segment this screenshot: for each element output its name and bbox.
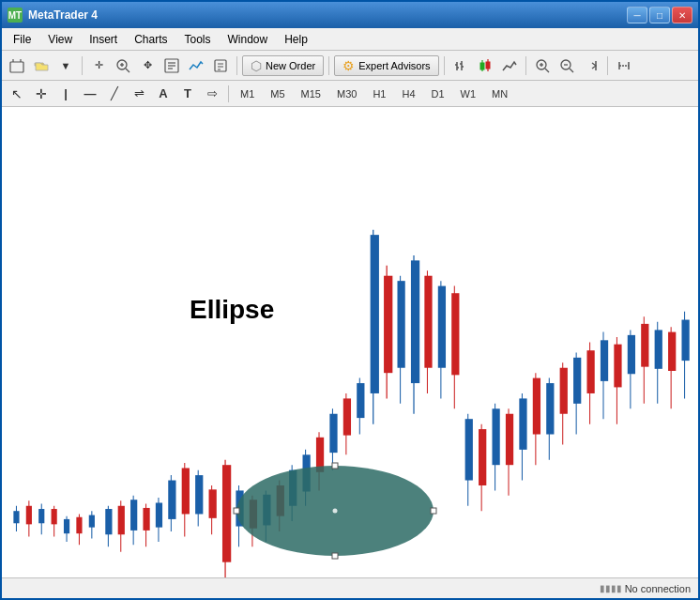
svg-rect-60	[143, 508, 149, 531]
svg-line-4	[126, 69, 129, 72]
chart-area[interactable]: Ellipse	[2, 107, 698, 577]
cursor-tool-button[interactable]: ↖	[6, 83, 28, 105]
svg-rect-102	[424, 276, 432, 368]
svg-rect-68	[195, 475, 203, 514]
window-title: MetaTrader 4	[28, 8, 98, 22]
menu-bar: File View Insert Charts Tools Window Hel…	[2, 28, 698, 51]
svg-rect-128	[601, 340, 608, 381]
properties-icon	[164, 58, 179, 73]
timeframe-m1[interactable]: M1	[234, 85, 261, 102]
crosshair-tool-button[interactable]: ✛	[30, 83, 53, 105]
zoom-in-button[interactable]	[112, 54, 134, 77]
menu-window[interactable]: Window	[221, 31, 276, 48]
svg-rect-52	[89, 515, 95, 528]
svg-rect-88	[329, 414, 337, 453]
separator-2	[236, 56, 237, 75]
svg-rect-50	[76, 517, 82, 533]
arrow-button[interactable]: ⇨	[201, 83, 223, 105]
svg-rect-110	[479, 429, 486, 485]
vertical-line-button[interactable]: |	[54, 83, 77, 105]
close-button[interactable]: ✕	[672, 7, 692, 23]
properties-button[interactable]	[160, 54, 183, 77]
timeframe-m15[interactable]: M15	[295, 85, 327, 102]
dropdown-arrow[interactable]: ▼	[54, 54, 77, 77]
text-label-button[interactable]: T	[176, 83, 199, 105]
timeframe-h4[interactable]: H4	[395, 85, 421, 102]
timeframe-m5[interactable]: M5	[264, 85, 291, 102]
svg-rect-144	[234, 508, 239, 514]
svg-rect-108	[465, 419, 473, 480]
pitchfork-button[interactable]: ⇌	[128, 83, 150, 105]
minimize-button[interactable]: ─	[627, 7, 647, 23]
scroll-right-button[interactable]	[580, 54, 602, 77]
svg-line-28	[545, 69, 549, 72]
indicator-icon	[189, 58, 204, 73]
toolbar-2: ↖ ✛ | — ╱ ⇌ A T ⇨ M1 M5 M15 M30 H1 H4 D1…	[2, 81, 698, 107]
horizontal-line-button[interactable]: —	[79, 83, 101, 105]
new-chart-button[interactable]	[6, 54, 28, 77]
zoom-out-chart-button[interactable]	[555, 54, 578, 77]
svg-rect-118	[533, 378, 540, 435]
scroll-icon	[584, 58, 599, 73]
svg-rect-58	[130, 500, 137, 531]
text-button[interactable]: A	[152, 83, 175, 105]
menu-view[interactable]: View	[40, 31, 80, 48]
svg-rect-94	[371, 235, 379, 393]
app-icon-text: MT	[8, 10, 22, 21]
svg-rect-98	[397, 281, 404, 368]
expert-advisors-button[interactable]: ⚙ Expert Advisors	[334, 55, 438, 76]
separator-1	[82, 56, 83, 75]
svg-rect-145	[431, 508, 436, 514]
chart-type-button[interactable]	[449, 54, 472, 77]
svg-rect-100	[411, 260, 419, 383]
period-icon	[616, 58, 632, 73]
tool-group: ↖ ✛ | — ╱ ⇌ A T ⇨	[6, 83, 223, 105]
svg-rect-70	[209, 489, 217, 517]
template-button[interactable]	[209, 54, 232, 77]
app-icon: MT	[8, 8, 23, 23]
svg-rect-142	[332, 463, 338, 469]
timeframe-m30[interactable]: M30	[330, 85, 363, 102]
candle-type-button[interactable]	[474, 54, 496, 77]
menu-insert[interactable]: Insert	[82, 31, 125, 48]
timeframe-d1[interactable]: D1	[425, 85, 451, 102]
separator-5	[525, 56, 526, 75]
expert-icon: ⚙	[342, 58, 355, 73]
menu-tools[interactable]: Tools	[177, 31, 219, 48]
svg-point-146	[333, 509, 338, 514]
menu-charts[interactable]: Charts	[127, 31, 175, 48]
timeframe-mn[interactable]: MN	[485, 85, 514, 102]
timeframe-h1[interactable]: H1	[366, 85, 392, 102]
toolbar-group-2: ✛ ✥	[87, 54, 232, 77]
menu-help[interactable]: Help	[277, 31, 315, 48]
svg-rect-42	[26, 506, 32, 525]
open-button[interactable]	[30, 54, 53, 77]
toolbar-group-1: ▼	[6, 54, 77, 77]
title-bar: MT MetaTrader 4 ─ □ ✕	[2, 2, 698, 28]
crosshair-button[interactable]: ✛	[87, 54, 110, 77]
window-controls: ─ □ ✕	[627, 7, 692, 23]
svg-rect-136	[655, 330, 662, 368]
line-chart-button[interactable]	[498, 54, 521, 77]
svg-rect-138	[668, 332, 676, 371]
move-button[interactable]: ✥	[136, 54, 159, 77]
svg-rect-66	[182, 468, 190, 514]
maximize-button[interactable]: □	[649, 7, 670, 23]
timeframe-w1[interactable]: W1	[454, 85, 483, 102]
svg-rect-116	[519, 398, 526, 449]
zoom-in-chart-button[interactable]	[531, 54, 554, 77]
trendline-button[interactable]: ╱	[103, 83, 126, 105]
menu-file[interactable]: File	[6, 31, 38, 48]
new-order-label: New Order	[266, 60, 315, 71]
ellipse-drawing[interactable]	[232, 459, 438, 565]
svg-rect-21	[480, 63, 484, 69]
main-window: MT MetaTrader 4 ─ □ ✕ File View Insert C…	[0, 0, 700, 600]
toolbar-1: ▼ ✛ ✥ ⬡ New Order ⚙ Expert	[2, 51, 698, 81]
svg-rect-106	[451, 293, 459, 375]
svg-rect-143	[332, 553, 338, 559]
svg-rect-64	[168, 481, 175, 519]
new-order-button[interactable]: ⬡ New Order	[242, 55, 324, 76]
ellipse-svg	[232, 459, 438, 562]
period-sep-button[interactable]	[613, 54, 635, 77]
indicator-button[interactable]	[185, 54, 207, 77]
